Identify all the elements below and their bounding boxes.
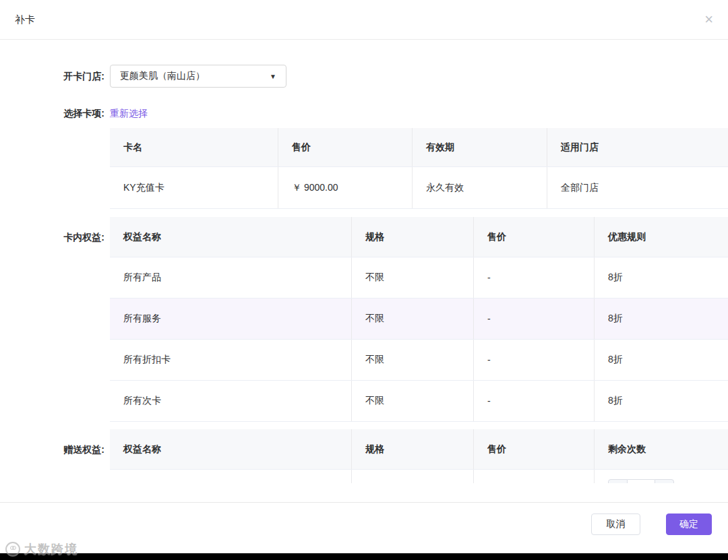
- table-row: − +: [110, 470, 728, 483]
- caret-down-icon: ▼: [270, 73, 276, 80]
- table-cell: 所有折扣卡: [110, 340, 352, 380]
- table-cell: 所有次卡: [110, 381, 352, 421]
- dialog-footer: 取消 确定: [0, 502, 728, 560]
- gift-table-header-row: 权益名称 规格 售价 剩余次数: [110, 429, 728, 470]
- table-cell: 全部门店: [547, 167, 728, 208]
- column-header: 剩余次数: [595, 429, 728, 469]
- table-cell: 8折: [595, 381, 728, 421]
- dialog-header: 补卡 ×: [0, 0, 728, 40]
- gift-benefits-label: 赠送权益:: [0, 429, 104, 470]
- column-header: 售价: [278, 128, 413, 166]
- bottom-black-bar: [0, 553, 728, 560]
- column-header: 权益名称: [110, 217, 352, 257]
- table-cell: 不限: [352, 257, 474, 298]
- table-cell: [474, 470, 595, 483]
- watermark-text: 大数跨境: [24, 541, 78, 557]
- table-row: 所有折扣卡 不限 - 8折: [110, 340, 728, 381]
- reissue-card-dialog: 补卡 × 开卡门店: 更颜美肌（南山店） ▼ 选择卡项: 重新选择 卡名 售: [0, 0, 728, 560]
- table-cell: -: [474, 299, 595, 339]
- table-row-highlighted: 所有服务 不限 - 8折: [110, 299, 728, 340]
- column-header: 适用门店: [547, 128, 728, 166]
- column-header: 规格: [352, 217, 474, 257]
- table-cell: 不限: [352, 381, 474, 421]
- table-row: 所有次卡 不限 - 8折: [110, 381, 728, 422]
- column-header: 优惠规则: [595, 217, 728, 257]
- benefits-table: 权益名称 规格 售价 优惠规则 所有产品 不限 - 8折 所有服务 不限: [110, 217, 728, 422]
- dialog-body: 开卡门店: 更颜美肌（南山店） ▼ 选择卡项: 重新选择 卡名 售价 有效期 适…: [0, 40, 728, 483]
- stepper-input[interactable]: [628, 479, 655, 483]
- table-cell: 永久有效: [413, 167, 547, 208]
- table-cell: 8折: [595, 299, 728, 339]
- card-select-form-row: 选择卡项: 重新选择 卡名 售价 有效期 适用门店 KY充值卡 ￥ 9000.0…: [0, 106, 728, 217]
- table-cell: ￥ 9000.00: [278, 167, 413, 208]
- table-row: 所有产品 不限 - 8折: [110, 257, 728, 299]
- remaining-count-stepper: − +: [608, 479, 674, 483]
- benefits-form-row: 卡内权益: 权益名称 规格 售价 优惠规则 所有产品 不限 - 8折: [0, 217, 728, 429]
- card-table-header-row: 卡名 售价 有效期 适用门店: [110, 128, 728, 167]
- close-icon[interactable]: ×: [704, 12, 713, 27]
- card-table: 卡名 售价 有效期 适用门店 KY充值卡 ￥ 9000.00 永久有效 全部门店: [110, 128, 728, 209]
- column-header: 售价: [474, 217, 595, 257]
- table-cell: 所有服务: [110, 299, 352, 339]
- table-row: KY充值卡 ￥ 9000.00 永久有效 全部门店: [110, 167, 728, 209]
- store-select[interactable]: 更颜美肌（南山店） ▼: [110, 65, 286, 88]
- watermark: 大数跨境: [5, 541, 78, 557]
- table-cell: [352, 470, 474, 483]
- stepper-plus-button[interactable]: +: [655, 479, 674, 483]
- cancel-button[interactable]: 取消: [591, 514, 640, 535]
- column-header: 规格: [352, 429, 474, 469]
- confirm-button[interactable]: 确定: [666, 514, 712, 535]
- column-header: 卡名: [110, 128, 278, 166]
- gift-benefits-table: 权益名称 规格 售价 剩余次数 − +: [110, 429, 728, 483]
- reselect-link[interactable]: 重新选择: [110, 106, 148, 120]
- table-cell: − +: [595, 470, 728, 483]
- table-cell: 不限: [352, 340, 474, 380]
- table-cell: 8折: [595, 257, 728, 298]
- column-header: 售价: [474, 429, 595, 469]
- card-select-label: 选择卡项:: [0, 106, 104, 120]
- table-cell: -: [474, 381, 595, 421]
- dialog-title: 补卡: [15, 13, 35, 26]
- benefits-table-header-row: 权益名称 规格 售价 优惠规则: [110, 217, 728, 257]
- table-cell: [110, 470, 352, 483]
- table-cell: 8折: [595, 340, 728, 380]
- store-label: 开卡门店:: [0, 65, 104, 88]
- stepper-minus-button[interactable]: −: [608, 479, 628, 483]
- benefits-label: 卡内权益:: [0, 217, 104, 257]
- table-cell: KY充值卡: [110, 167, 278, 208]
- watermark-logo-icon: [5, 542, 20, 557]
- store-form-row: 开卡门店: 更颜美肌（南山店） ▼: [0, 65, 728, 88]
- store-select-value: 更颜美肌（南山店）: [120, 70, 205, 82]
- gift-benefits-form-row: 赠送权益: 权益名称 规格 售价 剩余次数: [0, 429, 728, 483]
- table-cell: -: [474, 257, 595, 298]
- column-header: 有效期: [413, 128, 547, 166]
- column-header: 权益名称: [110, 429, 352, 469]
- table-cell: -: [474, 340, 595, 380]
- table-cell: 所有产品: [110, 257, 352, 298]
- table-cell: 不限: [352, 299, 474, 339]
